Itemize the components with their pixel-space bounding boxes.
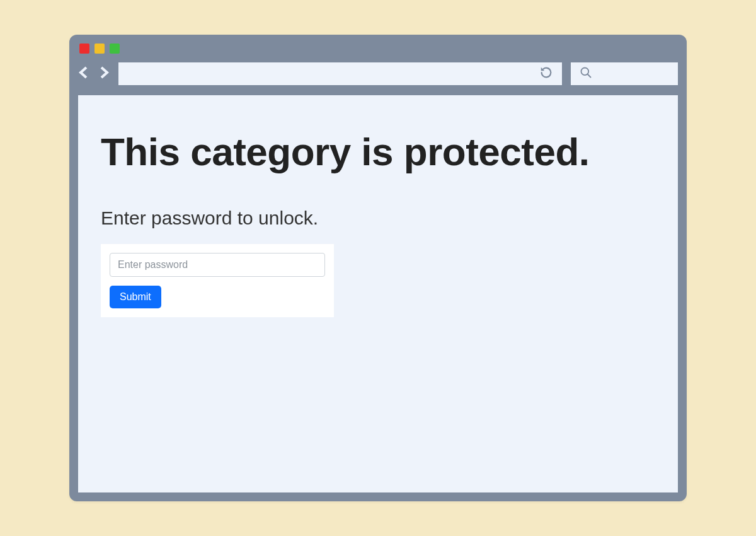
- page-title: This category is protected.: [101, 131, 655, 173]
- refresh-button[interactable]: [539, 66, 553, 82]
- chevron-left-icon: [78, 66, 89, 79]
- forward-button[interactable]: [98, 66, 110, 82]
- refresh-icon: [539, 66, 553, 79]
- search-button[interactable]: [580, 66, 592, 81]
- nav-arrows: [78, 66, 110, 82]
- page-subtitle: Enter password to unlock.: [101, 207, 655, 229]
- search-bar[interactable]: [571, 62, 678, 85]
- window-controls: [78, 44, 678, 54]
- browser-window: This category is protected. Enter passwo…: [69, 35, 687, 501]
- page-content: This category is protected. Enter passwo…: [78, 95, 678, 492]
- submit-button[interactable]: Submit: [110, 286, 161, 308]
- minimize-icon[interactable]: [94, 44, 105, 54]
- search-icon: [580, 66, 592, 79]
- svg-line-2: [588, 74, 591, 78]
- chevron-right-icon: [98, 66, 110, 79]
- password-form: Submit: [101, 244, 334, 317]
- password-input[interactable]: [110, 253, 325, 277]
- back-button[interactable]: [78, 66, 89, 82]
- maximize-icon[interactable]: [110, 44, 120, 54]
- browser-toolbar: [78, 62, 678, 85]
- close-icon[interactable]: [79, 44, 89, 54]
- url-bar[interactable]: [118, 62, 562, 85]
